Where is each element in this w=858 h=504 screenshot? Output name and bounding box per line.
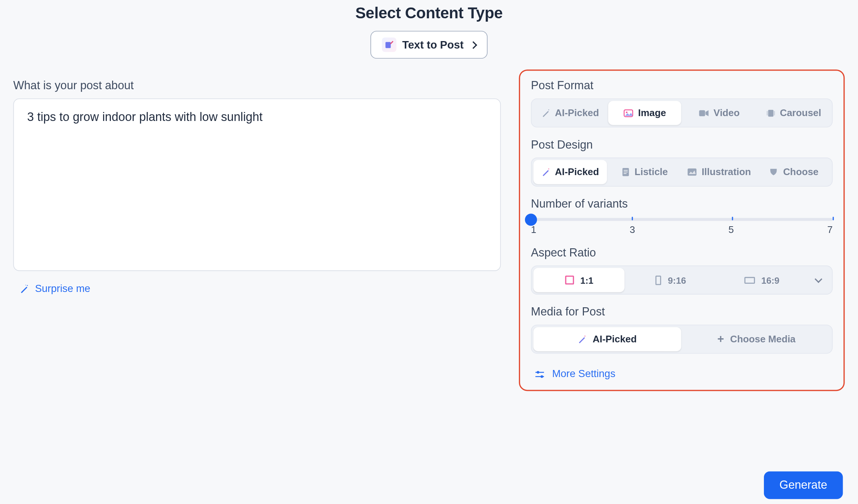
wand-icon xyxy=(541,168,550,177)
listicle-icon xyxy=(621,167,630,177)
choose-icon xyxy=(769,167,778,177)
svg-rect-16 xyxy=(566,276,573,284)
svg-point-21 xyxy=(537,371,539,373)
aspect-ratio-16-9[interactable]: 16:9 xyxy=(716,268,808,292)
svg-rect-14 xyxy=(624,173,627,174)
wand-icon xyxy=(541,108,550,117)
illustration-icon xyxy=(687,168,697,177)
landscape-icon xyxy=(744,276,755,284)
svg-point-10 xyxy=(548,168,549,169)
wand-icon xyxy=(19,284,29,294)
svg-point-19 xyxy=(585,335,585,336)
segment-label: AI-Picked xyxy=(555,167,599,177)
segment-label: Choose xyxy=(783,167,818,177)
aspect-ratio-group: 1:1 9:16 16:9 xyxy=(531,265,833,295)
prompt-label: What is your post about xyxy=(13,79,501,93)
portrait-icon xyxy=(655,275,662,285)
square-icon xyxy=(565,275,574,285)
segment-label: 16:9 xyxy=(761,275,780,285)
segment-label: Image xyxy=(638,108,666,118)
settings-panel: Post Format AI-Picked Image Video xyxy=(519,69,845,391)
post-format-image[interactable]: Image xyxy=(608,101,681,125)
image-icon xyxy=(623,108,633,118)
content-type-label: Text to Post xyxy=(402,38,463,51)
slider-thumb[interactable] xyxy=(525,214,537,225)
segment-label: Illustration xyxy=(702,167,751,177)
segment-label: 9:16 xyxy=(668,275,686,285)
svg-rect-15 xyxy=(687,168,696,175)
svg-point-1 xyxy=(27,285,28,286)
post-design-listicle[interactable]: Listicle xyxy=(608,160,681,184)
svg-rect-17 xyxy=(656,276,660,284)
wand-icon xyxy=(578,335,587,343)
svg-rect-0 xyxy=(386,42,391,48)
aspect-ratio-9-16[interactable]: 9:16 xyxy=(625,268,716,292)
svg-point-5 xyxy=(626,111,628,113)
carousel-icon xyxy=(766,108,775,117)
svg-point-23 xyxy=(541,375,543,378)
svg-rect-8 xyxy=(767,111,768,115)
post-design-label: Post Design xyxy=(531,138,833,152)
segment-label: AI-Picked xyxy=(555,108,599,118)
svg-rect-13 xyxy=(624,172,628,172)
post-format-label: Post Format xyxy=(531,79,833,93)
chevron-down-icon xyxy=(815,275,823,283)
svg-rect-6 xyxy=(699,110,705,116)
aspect-ratio-1-1[interactable]: 1:1 xyxy=(534,268,625,292)
media-ai-picked[interactable]: AI-Picked xyxy=(534,327,681,351)
page-title: Select Content Type xyxy=(0,4,858,22)
post-design-choose[interactable]: Choose xyxy=(757,160,830,184)
segment-label: Carousel xyxy=(780,108,821,118)
surprise-me-button[interactable]: Surprise me xyxy=(19,283,90,295)
aspect-ratio-label: Aspect Ratio xyxy=(531,246,833,260)
segment-label: Video xyxy=(714,108,740,118)
variants-label: Number of variants xyxy=(531,197,833,211)
svg-rect-12 xyxy=(624,170,628,171)
aspect-ratio-expand[interactable] xyxy=(807,276,830,283)
post-format-ai-picked[interactable]: AI-Picked xyxy=(534,101,607,125)
post-format-video[interactable]: Video xyxy=(683,101,756,125)
variants-slider[interactable]: 1 3 5 7 xyxy=(531,217,833,235)
surprise-me-label: Surprise me xyxy=(35,283,90,295)
text-to-post-icon xyxy=(382,37,396,52)
svg-rect-7 xyxy=(768,109,773,116)
media-label: Media for Post xyxy=(531,305,833,319)
prompt-textarea[interactable] xyxy=(13,99,501,271)
chevron-right-icon xyxy=(470,41,478,49)
media-group: AI-Picked Choose Media xyxy=(531,325,833,354)
segment-label: AI-Picked xyxy=(593,334,637,345)
post-format-group: AI-Picked Image Video Carousel xyxy=(531,99,833,128)
more-settings-button[interactable]: More Settings xyxy=(535,368,615,380)
plus-icon xyxy=(717,333,724,345)
post-design-illustration[interactable]: Illustration xyxy=(683,160,756,184)
segment-label: Listicle xyxy=(635,167,668,177)
svg-rect-9 xyxy=(774,111,775,115)
sliders-icon xyxy=(535,370,545,379)
post-design-group: AI-Picked Listicle Illustration Choose xyxy=(531,158,833,187)
svg-point-2 xyxy=(25,285,26,286)
segment-label: Choose Media xyxy=(730,334,795,345)
content-type-button[interactable]: Text to Post xyxy=(370,31,488,59)
media-choose[interactable]: Choose Media xyxy=(683,327,830,351)
segment-label: 1:1 xyxy=(580,275,593,285)
more-settings-label: More Settings xyxy=(552,368,616,380)
post-format-carousel[interactable]: Carousel xyxy=(757,101,830,125)
svg-point-3 xyxy=(548,109,549,110)
slider-tick-labels: 1 3 5 7 xyxy=(531,224,833,235)
svg-rect-18 xyxy=(745,277,755,283)
generate-button[interactable]: Generate xyxy=(764,471,843,499)
video-icon xyxy=(699,108,709,117)
post-design-ai-picked[interactable]: AI-Picked xyxy=(534,160,607,184)
